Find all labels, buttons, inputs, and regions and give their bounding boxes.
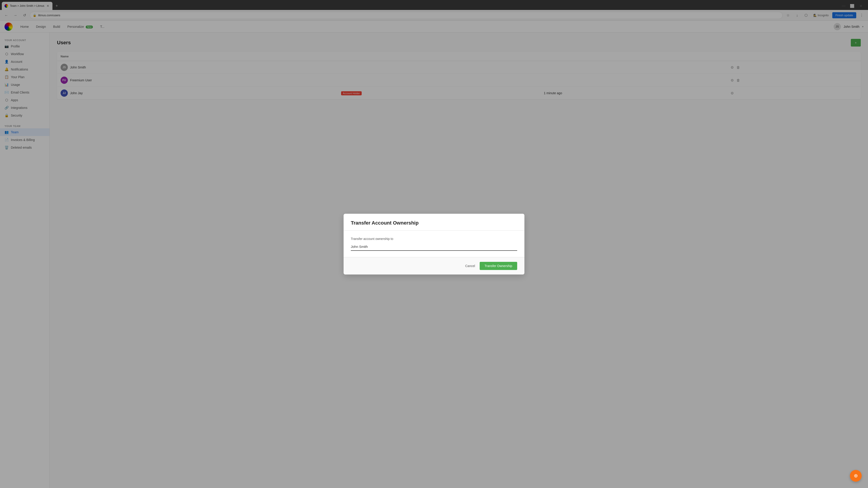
modal-overlay[interactable]: Transfer Account Ownership Transfer acco… [0, 0, 868, 488]
cancel-button[interactable]: Cancel [465, 264, 475, 268]
ownership-transfer-input[interactable] [351, 243, 517, 251]
support-fab-button[interactable]: ⊕ [850, 470, 862, 482]
transfer-ownership-modal: Transfer Account Ownership Transfer acco… [344, 214, 524, 274]
modal-header: Transfer Account Ownership [344, 214, 524, 231]
modal-footer: Cancel Transfer Ownership [344, 257, 524, 274]
modal-title: Transfer Account Ownership [351, 220, 517, 226]
modal-body: Transfer account ownership to [344, 231, 524, 257]
transfer-ownership-button[interactable]: Transfer Ownership [480, 262, 517, 270]
modal-label: Transfer account ownership to [351, 237, 517, 240]
support-fab-icon: ⊕ [854, 473, 858, 479]
